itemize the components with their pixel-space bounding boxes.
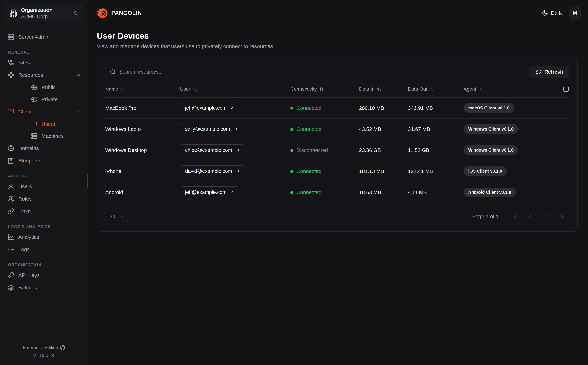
chevron-up-icon [76, 72, 81, 78]
external-link-icon [50, 353, 55, 358]
search-box [105, 66, 239, 78]
sidebar-item-analytics[interactable]: Analytics [7, 231, 81, 243]
globe-icon [7, 145, 14, 152]
table-row: Android jeff@example.com Connected 18.63… [105, 182, 569, 203]
organization-selector[interactable]: Organization ACME Corp. [5, 5, 83, 21]
data-in-value: 181.13 MB [359, 168, 408, 174]
brand-name: PANGOLIN [111, 10, 142, 16]
sidebar-item-server-admin[interactable]: Server Admin [7, 31, 81, 43]
search-input[interactable] [119, 69, 234, 75]
chevrons-right-icon [560, 214, 565, 219]
status-dot [290, 170, 294, 173]
connectivity-status: Connected [290, 105, 322, 111]
status-dot [290, 149, 294, 152]
building-icon [9, 9, 17, 17]
topbar: PANGOLIN Dark M [88, 0, 588, 26]
column-header-agent[interactable]: Agent [464, 86, 559, 92]
receipt-icon [7, 157, 14, 164]
chevron-left-icon [528, 214, 533, 219]
edition-link[interactable]: Enterprise Edition [23, 345, 65, 350]
prev-page-button[interactable] [524, 210, 537, 223]
user-link-button[interactable]: chloe@example.com [180, 144, 245, 156]
sidebar-item-domains[interactable]: Domains [7, 142, 81, 154]
sites-icon [7, 59, 14, 66]
moon-icon [542, 10, 548, 16]
arrow-up-right-icon [230, 190, 234, 195]
theme-toggle[interactable]: Dark [542, 10, 562, 16]
version-link[interactable]: v1.13.0 [33, 353, 54, 358]
data-out-value: 346.91 MB [408, 105, 464, 111]
sidebar-item-public[interactable]: Public [31, 81, 81, 93]
resources-subgroup: Public Private [23, 81, 81, 105]
server-icon [31, 133, 37, 139]
arrow-up-right-icon [235, 148, 240, 153]
sidebar-item-resources[interactable]: Resources [7, 69, 81, 81]
laptop-icon [31, 121, 37, 127]
chevron-up-icon [76, 109, 81, 114]
pangolin-brand[interactable]: PANGOLIN [97, 7, 142, 19]
user-link-button[interactable]: jeff@example.com [180, 102, 239, 114]
user-icon [7, 183, 14, 190]
sidebar-item-sites[interactable]: Sites [7, 56, 81, 69]
agent-badge: iOS Client v0.1.0 [464, 166, 507, 176]
sidebar-item-links[interactable]: Links [7, 205, 81, 218]
status-dot [290, 191, 294, 194]
waypoints-icon [7, 72, 14, 78]
sidebar-item-client-users[interactable]: Users [31, 118, 81, 130]
clients-subgroup: Users Machines [23, 118, 81, 142]
sidebar-item-settings[interactable]: Settings [7, 281, 81, 294]
user-link-button[interactable]: sally@example.com [180, 123, 243, 135]
column-header-user[interactable]: User [180, 86, 290, 92]
sidebar-item-logs[interactable]: Logs [7, 243, 81, 256]
pangolin-logo-icon [97, 7, 108, 19]
sidebar-item-roles[interactable]: Roles [7, 193, 81, 205]
sidebar-item-blueprints[interactable]: Blueprints [7, 154, 81, 167]
section-label-access: ACCESS [8, 174, 81, 179]
column-header-name[interactable]: Name [105, 86, 180, 92]
connectivity-status: Disconnected [290, 147, 328, 153]
chevron-down-icon [76, 184, 81, 189]
section-label-organization: ORGANIZATION [8, 263, 81, 267]
column-header-connectivity[interactable]: Connectivity [290, 86, 359, 92]
refresh-icon [536, 69, 541, 75]
sort-icon [479, 87, 483, 91]
column-header-data-out[interactable]: Data Out [408, 86, 464, 92]
sort-icon [193, 87, 197, 91]
sort-icon [319, 87, 324, 91]
last-page-button[interactable] [556, 210, 569, 223]
page-subtitle: View and manage devices that users use t… [97, 43, 578, 49]
section-label-general: GENERAL [8, 50, 81, 55]
sidebar-item-machines[interactable]: Machines [31, 130, 81, 142]
refresh-button[interactable]: Refresh [530, 66, 569, 78]
sort-icon [121, 87, 125, 91]
user-link-button[interactable]: david@example.com [180, 165, 245, 177]
first-page-button[interactable] [508, 210, 521, 223]
status-dot [290, 106, 294, 110]
sidebar-scrollbar[interactable] [87, 174, 88, 188]
sidebar-item-api-keys[interactable]: API Keys [7, 269, 81, 281]
devices-card: Refresh Name User Connectivity Data In [97, 57, 578, 232]
user-link-button[interactable]: jeff@example.com [180, 186, 239, 198]
card-footer: 20 Page 1 of 1 [105, 210, 569, 223]
chevron-down-icon [119, 214, 124, 219]
data-in-value: 23.36 GB [359, 147, 408, 153]
organization-label: Organization [21, 7, 69, 13]
sidebar-item-private[interactable]: Private [31, 93, 81, 105]
device-name: iPhone [105, 168, 180, 174]
column-visibility-icon[interactable] [563, 86, 569, 92]
sort-icon [377, 87, 382, 91]
sidebar-item-clients[interactable]: Clients [7, 105, 81, 118]
arrow-up-right-icon [230, 106, 234, 110]
avatar[interactable]: M [569, 7, 581, 19]
next-page-button[interactable] [540, 210, 553, 223]
page-size-select[interactable]: 20 [105, 211, 128, 222]
connectivity-status: Connected [290, 168, 322, 174]
table-row: Windows Lapto sally@example.com Connecte… [105, 119, 569, 140]
data-out-value: 11.52 GB [408, 147, 464, 153]
data-out-value: 4.11 MB [408, 190, 464, 195]
users-icon [7, 196, 14, 202]
server-icon [7, 34, 14, 40]
table-row: MacBook Pro jeff@example.com Connected 2… [105, 98, 569, 119]
column-header-data-in[interactable]: Data In [359, 86, 408, 92]
sidebar-item-users[interactable]: Users [7, 180, 81, 193]
